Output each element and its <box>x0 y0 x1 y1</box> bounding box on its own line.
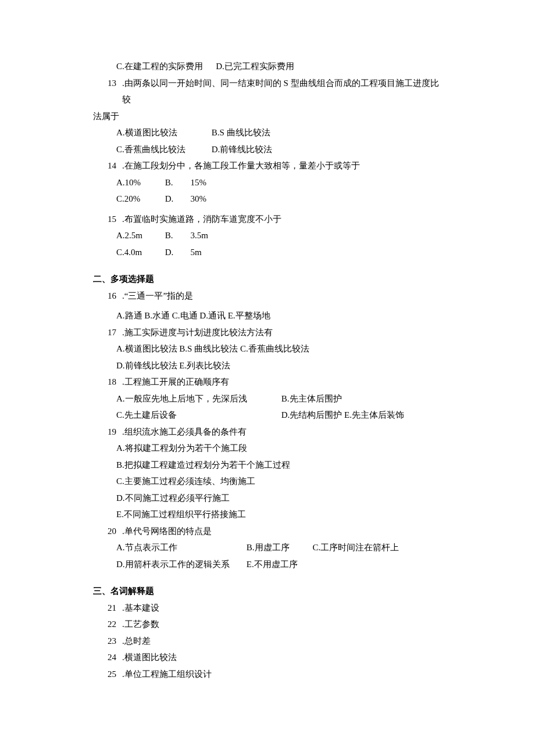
q14-options-row1: A.10% B. 15% <box>93 174 442 191</box>
q12-option-d: D.已完工程实际费用 <box>216 62 294 71</box>
q20-options-row1: A.节点表示工作 B.用虚工序 C.工序时间注在箭杆上 <box>93 539 442 556</box>
q13-number: 13 <box>93 75 122 108</box>
section-3-heading: 三、名词解释题 <box>93 583 442 600</box>
q15: 15 .布置临时实施道路，消防车道宽度不小于 <box>93 211 442 228</box>
q13-option-c: C.香蕉曲线比较法 <box>116 141 209 158</box>
q20-stem: .单代号网络图的特点是 <box>122 523 442 540</box>
q25-number: 25 <box>93 666 122 683</box>
q17-options-line2: D.前锋线比较法 E.列表比较法 <box>93 357 442 374</box>
q19-option-d: D.不同施工过程必须平行施工 <box>93 490 442 507</box>
q23: 23 .总时差 <box>93 633 442 650</box>
q13-stem-line2: 法属于 <box>3 108 442 125</box>
q17-options-line1: A.横道图比较法 B.S 曲线比较法 C.香蕉曲线比较法 <box>93 341 442 357</box>
q15-option-c: C.4.0m <box>116 244 163 261</box>
q19-option-e: E.不同施工过程组织平行搭接施工 <box>93 506 442 523</box>
q20: 20 .单代号网络图的特点是 <box>93 523 442 540</box>
q16-stem: .“三通一平”指的是 <box>122 288 442 304</box>
q13-option-a: A.横道图比较法 <box>116 124 209 141</box>
q16-options: A.路通 B.水通 C.电通 D.通讯 E.平整场地 <box>93 307 442 324</box>
q20-option-e: E.不用虚工序 <box>247 560 298 569</box>
q23-stem: .总时差 <box>122 633 442 650</box>
q24-stem: .横道图比较法 <box>122 649 442 666</box>
q14-number: 14 <box>93 157 122 174</box>
q15-option-b-value: 3.5m <box>191 231 208 240</box>
q21-number: 21 <box>93 600 122 617</box>
q22-number: 22 <box>93 616 122 633</box>
q13-option-d: D.前锋线比较法 <box>212 145 273 154</box>
q18-option-c: C.先土建后设备 <box>116 407 279 424</box>
q20-options-row2: D.用箭杆表示工作的逻辑关系 E.不用虚工序 <box>93 556 442 573</box>
q24-number: 24 <box>93 649 122 666</box>
q14: 14 .在施工段划分中，各施工段工作量大致相等，量差小于或等于 <box>93 157 442 174</box>
q18: 18 .工程施工开展的正确顺序有 <box>93 374 442 390</box>
q15-option-d-value: 5m <box>191 248 202 257</box>
q14-stem: .在施工段划分中，各施工段工作量大致相等，量差小于或等于 <box>122 157 442 174</box>
q19-option-b: B.把拟建工程建造过程划分为若干个施工过程 <box>93 457 442 474</box>
q18-stem: .工程施工开展的正确顺序有 <box>122 374 442 390</box>
q16: 16 .“三通一平”指的是 <box>93 288 442 304</box>
q20-number: 20 <box>93 523 122 540</box>
q18-option-d-e: D.先结构后围护 E.先主体后装饰 <box>281 410 404 420</box>
q19: 19 .组织流水施工必须具备的条件有 <box>93 424 442 440</box>
q18-option-b: B.先主体后围护 <box>281 394 342 403</box>
q20-option-d: D.用箭杆表示工作的逻辑关系 <box>116 556 244 573</box>
q22: 22 .工艺参数 <box>93 616 442 633</box>
q21-stem: .基本建设 <box>122 600 442 617</box>
q13-options-row1: A.横道图比较法 B.S 曲线比较法 <box>93 124 442 141</box>
q23-number: 23 <box>93 633 122 650</box>
section-2-heading: 二、多项选择题 <box>93 271 442 288</box>
q21: 21 .基本建设 <box>93 600 442 617</box>
q19-option-c: C.主要施工过程必须连续、均衡施工 <box>93 473 442 490</box>
q15-option-d-label: D. <box>165 244 188 261</box>
q20-option-c: C.工序时间注在箭杆上 <box>313 543 400 552</box>
q19-number: 19 <box>93 424 122 440</box>
q12-options-row: C.在建工程的实际费用 D.已完工程实际费用 <box>93 58 442 75</box>
q14-option-a: A.10% <box>116 174 163 191</box>
q14-options-row2: C.20% D. 30% <box>93 191 442 207</box>
q15-options-row2: C.4.0m D. 5m <box>93 244 442 261</box>
q15-stem: .布置临时实施道路，消防车道宽度不小于 <box>122 211 442 228</box>
q25-stem: .单位工程施工组织设计 <box>122 666 442 683</box>
q19-stem: .组织流水施工必须具备的条件有 <box>122 424 442 440</box>
q16-number: 16 <box>93 288 122 304</box>
q14-option-b-label: B. <box>165 174 188 191</box>
q24: 24 .横道图比较法 <box>93 649 442 666</box>
q17-number: 17 <box>93 324 122 341</box>
q14-option-b-value: 15% <box>191 178 207 187</box>
q14-option-d-label: D. <box>165 191 188 207</box>
q14-option-d-value: 30% <box>191 194 207 203</box>
q25: 25 .单位工程施工组织设计 <box>93 666 442 683</box>
q15-option-b-label: B. <box>165 227 188 244</box>
q15-options-row1: A.2.5m B. 3.5m <box>93 227 442 244</box>
q22-stem: .工艺参数 <box>122 616 442 633</box>
q15-number: 15 <box>93 211 122 228</box>
q13: 13 .由两条以同一开始时间、同一结束时间的 S 型曲线组合而成的工程项目施工进… <box>93 75 442 108</box>
q13-option-b: B.S 曲线比较法 <box>212 128 270 137</box>
q18-number: 18 <box>93 374 122 390</box>
q20-option-b: B.用虚工序 <box>247 539 311 556</box>
q12-option-c: C.在建工程的实际费用 <box>116 62 203 71</box>
q18-option-a: A.一般应先地上后地下，先深后浅 <box>116 390 279 407</box>
q19-option-a: A.将拟建工程划分为若干个施工段 <box>93 440 442 457</box>
q20-option-a: A.节点表示工作 <box>116 539 244 556</box>
q14-option-c: C.20% <box>116 191 163 207</box>
q13-stem-line1: .由两条以同一开始时间、同一结束时间的 S 型曲线组合而成的工程项目施工进度比较 <box>122 75 442 108</box>
q17: 17 .施工实际进度与计划进度比较法方法有 <box>93 324 442 341</box>
q13-options-row2: C.香蕉曲线比较法 D.前锋线比较法 <box>93 141 442 158</box>
q17-stem: .施工实际进度与计划进度比较法方法有 <box>122 324 442 341</box>
q15-option-a: A.2.5m <box>116 227 163 244</box>
q18-options-row1: A.一般应先地上后地下，先深后浅 B.先主体后围护 <box>93 390 442 407</box>
q18-options-row2: C.先土建后设备 D.先结构后围护 E.先主体后装饰 <box>93 407 442 424</box>
